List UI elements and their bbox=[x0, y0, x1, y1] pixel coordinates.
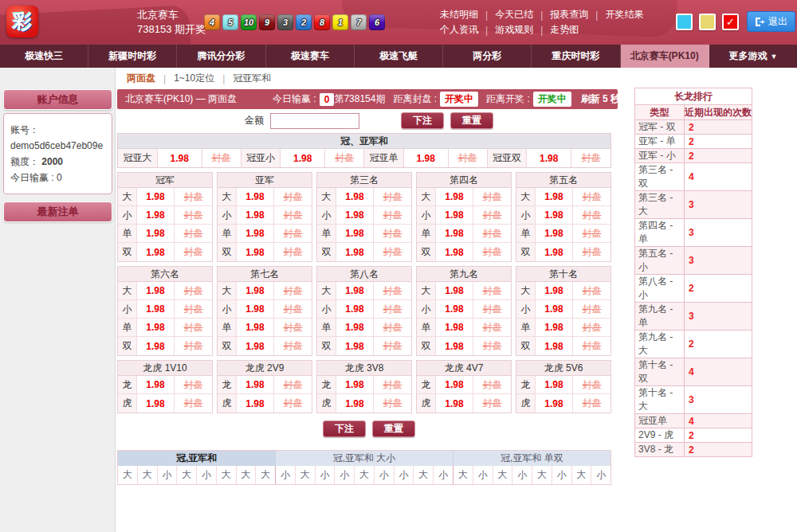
bet-status-closed[interactable]: 封盘 bbox=[274, 300, 312, 318]
bet-odds[interactable]: 1.98 bbox=[536, 337, 573, 355]
bet-odds[interactable]: 1.98 bbox=[137, 188, 175, 205]
bet-odds[interactable]: 1.98 bbox=[536, 188, 573, 205]
bet-status-closed[interactable]: 封盘 bbox=[573, 225, 611, 242]
subtab-2[interactable]: 1~10定位 bbox=[174, 72, 214, 85]
bet-status-closed[interactable]: 封盘 bbox=[175, 206, 212, 224]
bet-odds[interactable]: 1.98 bbox=[137, 337, 175, 355]
bet-status-closed[interactable]: 封盘 bbox=[274, 376, 312, 393]
nav-item-2[interactable]: 新疆时时彩 bbox=[88, 45, 177, 68]
bet-odds[interactable]: 1.98 bbox=[436, 282, 473, 299]
bet-odds[interactable]: 1.98 bbox=[336, 206, 374, 224]
sum-bet-status-1[interactable]: 封盘 bbox=[202, 149, 241, 167]
bet-odds[interactable]: 1.98 bbox=[237, 225, 274, 242]
bet-odds[interactable]: 1.98 bbox=[436, 376, 473, 393]
bet-odds[interactable]: 1.98 bbox=[237, 188, 274, 205]
sum-bet-odds-3[interactable]: 1.98 bbox=[404, 149, 449, 167]
logout-button[interactable]: 退出 bbox=[747, 11, 795, 32]
top-menu-link-r1-2[interactable]: 今天已结 bbox=[495, 8, 533, 22]
nav-item-8[interactable]: 北京赛车(PK10) bbox=[621, 45, 709, 68]
theme-square-cyan[interactable] bbox=[676, 14, 693, 30]
bet-status-closed[interactable]: 封盘 bbox=[573, 282, 611, 299]
bet-status-closed[interactable]: 封盘 bbox=[473, 225, 511, 242]
trend-tab-1[interactable]: 冠,亚军和 bbox=[118, 451, 276, 466]
bet-odds[interactable]: 1.98 bbox=[436, 243, 473, 261]
reset-button-bottom[interactable]: 重置 bbox=[372, 421, 415, 437]
bet-odds[interactable]: 1.98 bbox=[336, 243, 374, 261]
bet-status-closed[interactable]: 封盘 bbox=[274, 225, 312, 242]
sum-bet-status-2[interactable]: 封盘 bbox=[325, 149, 364, 167]
sum-bet-odds-1[interactable]: 1.98 bbox=[158, 149, 202, 167]
nav-item-7[interactable]: 重庆时时彩 bbox=[532, 45, 620, 68]
bet-status-closed[interactable]: 封盘 bbox=[473, 282, 511, 299]
theme-square-yellow[interactable] bbox=[699, 14, 716, 30]
bet-odds[interactable]: 1.98 bbox=[536, 394, 573, 413]
bet-status-closed[interactable]: 封盘 bbox=[573, 394, 611, 413]
bet-odds[interactable]: 1.98 bbox=[336, 225, 374, 242]
sum-bet-odds-4[interactable]: 1.98 bbox=[527, 149, 571, 167]
bet-status-closed[interactable]: 封盘 bbox=[473, 188, 511, 205]
nav-item-3[interactable]: 腾讯分分彩 bbox=[177, 45, 265, 68]
top-menu-link-r1-1[interactable]: 未结明细 bbox=[440, 8, 478, 22]
bet-odds[interactable]: 1.98 bbox=[336, 300, 374, 318]
bet-odds[interactable]: 1.98 bbox=[237, 319, 274, 336]
bet-odds[interactable]: 1.98 bbox=[336, 376, 374, 393]
nav-item-1[interactable]: 极速快三 bbox=[0, 45, 88, 68]
bet-status-closed[interactable]: 封盘 bbox=[374, 282, 411, 299]
bet-status-closed[interactable]: 封盘 bbox=[374, 206, 411, 224]
bet-status-closed[interactable]: 封盘 bbox=[374, 394, 411, 413]
site-logo[interactable]: 彩 bbox=[6, 6, 38, 37]
bet-button-bottom[interactable]: 下注 bbox=[323, 421, 366, 437]
bet-odds[interactable]: 1.98 bbox=[237, 243, 274, 261]
bet-odds[interactable]: 1.98 bbox=[237, 300, 274, 318]
bet-odds[interactable]: 1.98 bbox=[336, 394, 374, 413]
bet-odds[interactable]: 1.98 bbox=[137, 243, 175, 261]
bet-odds[interactable]: 1.98 bbox=[336, 319, 374, 336]
bet-odds[interactable]: 1.98 bbox=[137, 376, 175, 393]
bet-status-closed[interactable]: 封盘 bbox=[274, 319, 312, 336]
top-menu-link-r1-3[interactable]: 报表查询 bbox=[550, 8, 588, 22]
bet-status-closed[interactable]: 封盘 bbox=[573, 206, 611, 224]
bet-status-closed[interactable]: 封盘 bbox=[374, 337, 411, 355]
amount-input[interactable] bbox=[270, 113, 359, 129]
top-menu-link-r2-1[interactable]: 个人资讯 bbox=[440, 23, 478, 37]
bet-status-closed[interactable]: 封盘 bbox=[374, 376, 411, 393]
account-info-header[interactable]: 账户信息 bbox=[3, 89, 112, 110]
bet-status-closed[interactable]: 封盘 bbox=[473, 337, 511, 355]
bet-status-closed[interactable]: 封盘 bbox=[573, 188, 611, 205]
bet-status-closed[interactable]: 封盘 bbox=[175, 188, 212, 205]
bet-odds[interactable]: 1.98 bbox=[436, 188, 473, 205]
theme-square-red-checked[interactable]: ✓ bbox=[722, 14, 739, 30]
bet-odds[interactable]: 1.98 bbox=[536, 225, 573, 242]
bet-status-closed[interactable]: 封盘 bbox=[175, 337, 212, 355]
bet-odds[interactable]: 1.98 bbox=[536, 300, 573, 318]
bet-odds[interactable]: 1.98 bbox=[536, 206, 573, 224]
nav-item-9[interactable]: 更多游戏▼ bbox=[709, 45, 797, 68]
bet-status-closed[interactable]: 封盘 bbox=[175, 394, 212, 413]
bet-odds[interactable]: 1.98 bbox=[137, 394, 175, 413]
bet-status-closed[interactable]: 封盘 bbox=[274, 394, 312, 413]
bet-status-closed[interactable]: 封盘 bbox=[274, 282, 312, 299]
bet-status-closed[interactable]: 封盘 bbox=[473, 243, 511, 261]
bet-odds[interactable]: 1.98 bbox=[237, 282, 274, 299]
bet-odds[interactable]: 1.98 bbox=[536, 243, 573, 261]
bet-odds[interactable]: 1.98 bbox=[536, 282, 573, 299]
bet-odds[interactable]: 1.98 bbox=[436, 394, 473, 413]
subtab-3[interactable]: 冠亚军和 bbox=[233, 72, 271, 85]
bet-status-closed[interactable]: 封盘 bbox=[573, 319, 611, 336]
bet-status-closed[interactable]: 封盘 bbox=[473, 394, 511, 413]
nav-item-5[interactable]: 极速飞艇 bbox=[355, 45, 443, 68]
bet-status-closed[interactable]: 封盘 bbox=[175, 243, 212, 261]
sum-bet-status-3[interactable]: 封盘 bbox=[449, 149, 488, 167]
bet-odds[interactable]: 1.98 bbox=[137, 300, 175, 318]
trend-tab-2[interactable]: 冠,亚军和 大小 bbox=[276, 451, 453, 466]
bet-status-closed[interactable]: 封盘 bbox=[374, 300, 411, 318]
bet-odds[interactable]: 1.98 bbox=[137, 225, 175, 242]
bet-status-closed[interactable]: 封盘 bbox=[573, 300, 611, 318]
bet-status-closed[interactable]: 封盘 bbox=[573, 376, 611, 393]
bet-status-closed[interactable]: 封盘 bbox=[175, 319, 212, 336]
bet-status-closed[interactable]: 封盘 bbox=[573, 243, 611, 261]
bet-odds[interactable]: 1.98 bbox=[336, 188, 374, 205]
bet-odds[interactable]: 1.98 bbox=[237, 337, 274, 355]
bet-odds[interactable]: 1.98 bbox=[436, 206, 473, 224]
bet-status-closed[interactable]: 封盘 bbox=[274, 337, 312, 355]
